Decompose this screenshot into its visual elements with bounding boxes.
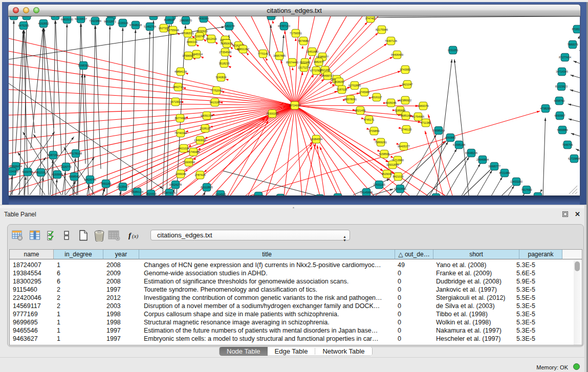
svg-text:7770143: 7770143: [258, 52, 269, 55]
svg-text:87234309: 87234309: [9, 170, 18, 173]
svg-text:8721489: 8721489: [499, 171, 510, 174]
svg-text:25135427: 25135427: [117, 185, 129, 188]
svg-text:62386922: 62386922: [399, 99, 411, 102]
svg-text:6690967: 6690967: [555, 114, 565, 117]
svg-text:34957885: 34957885: [273, 54, 286, 57]
svg-text:4005045: 4005045: [386, 101, 397, 104]
svg-text:4896383: 4896383: [266, 16, 277, 17]
svg-text:f: f: [128, 231, 132, 239]
svg-text:81754965: 81754965: [412, 115, 424, 118]
svg-text:(x): (x): [132, 233, 139, 239]
svg-text:54145868: 54145868: [360, 191, 373, 194]
svg-text:2787429: 2787429: [195, 173, 206, 177]
svg-text:9912419: 9912419: [206, 37, 217, 40]
svg-text:99091334: 99091334: [201, 114, 213, 117]
svg-text:4738299: 4738299: [540, 107, 551, 110]
svg-text:6658760: 6658760: [554, 99, 565, 102]
svg-text:00524278: 00524278: [169, 183, 182, 186]
svg-text:87277434: 87277434: [559, 56, 571, 59]
svg-text:51462704: 51462704: [144, 25, 156, 28]
svg-text:4060883: 4060883: [445, 136, 456, 139]
svg-text:6475255: 6475255: [18, 24, 29, 27]
svg-text:75869261: 75869261: [375, 141, 387, 144]
svg-text:34624751: 34624751: [84, 178, 96, 181]
svg-text:49894134: 49894134: [175, 70, 187, 73]
svg-text:28809570: 28809570: [180, 19, 192, 22]
svg-text:36995777: 36995777: [488, 165, 500, 168]
svg-text:19384554: 19384554: [310, 138, 322, 141]
svg-text:7182278: 7182278: [224, 25, 235, 28]
svg-text:4316117: 4316117: [372, 96, 382, 99]
svg-text:37996507: 37996507: [182, 54, 194, 57]
svg-text:7193745: 7193745: [194, 35, 205, 38]
svg-text:5674680: 5674680: [298, 39, 309, 42]
svg-text:97848018: 97848018: [129, 24, 142, 27]
svg-text:13493618: 13493618: [194, 139, 206, 142]
svg-text:3482477: 3482477: [314, 60, 324, 63]
svg-text:32931839: 32931839: [386, 163, 399, 166]
svg-text:9413186: 9413186: [210, 101, 221, 104]
svg-text:6193990: 6193990: [52, 173, 63, 176]
svg-text:96532871: 96532871: [104, 20, 116, 23]
svg-text:4745171: 4745171: [364, 118, 375, 121]
svg-text:62729806: 62729806: [568, 157, 580, 160]
svg-text:67010651: 67010651: [394, 187, 406, 190]
svg-text:1399049: 1399049: [176, 172, 186, 176]
svg-text:7816184: 7816184: [148, 16, 159, 17]
svg-text:1615594: 1615594: [106, 16, 117, 17]
svg-text:6998543: 6998543: [69, 175, 80, 178]
svg-text:1746120: 1746120: [401, 128, 412, 131]
svg-text:34714345: 34714345: [556, 70, 568, 73]
svg-text:2421024: 2421024: [179, 147, 189, 150]
svg-text:3529042: 3529042: [382, 172, 393, 176]
svg-text:71756551: 71756551: [290, 32, 302, 35]
svg-text:0842710: 0842710: [173, 85, 184, 89]
svg-text:15451680: 15451680: [306, 50, 318, 53]
svg-text:7917693: 7917693: [521, 188, 532, 191]
svg-text:65787133: 65787133: [278, 25, 290, 28]
svg-text:8386379: 8386379: [21, 16, 32, 17]
svg-text:86578091: 86578091: [344, 98, 357, 101]
svg-text:3158692: 3158692: [253, 194, 264, 195]
svg-text:1969379: 1969379: [418, 104, 429, 107]
svg-text:5009788: 5009788: [23, 170, 33, 173]
svg-text:74367136: 74367136: [385, 39, 397, 42]
svg-text:04499727: 04499727: [321, 74, 334, 77]
svg-text:7889579: 7889579: [568, 43, 578, 46]
svg-text:62702895: 62702895: [349, 84, 361, 87]
svg-text:64139537: 64139537: [75, 17, 87, 20]
svg-text:80112805: 80112805: [201, 186, 213, 189]
svg-text:4711382: 4711382: [421, 121, 431, 124]
svg-text:4192832: 4192832: [38, 22, 49, 25]
svg-text:4966319: 4966319: [187, 40, 198, 43]
svg-text:5240824: 5240824: [216, 76, 227, 79]
svg-text:81223623: 81223623: [555, 85, 568, 88]
svg-text:7346706: 7346706: [562, 143, 573, 146]
svg-text:27354549: 27354549: [219, 51, 231, 54]
svg-text:5098393: 5098393: [78, 64, 89, 67]
svg-text:94406409: 94406409: [391, 53, 403, 56]
svg-text:72423884: 72423884: [89, 19, 101, 23]
svg-text:18724007: 18724007: [289, 104, 301, 107]
svg-text:1226916: 1226916: [118, 21, 128, 25]
svg-text:71906594: 71906594: [183, 161, 195, 164]
svg-text:5158506: 5158506: [379, 152, 390, 156]
svg-text:53755646: 53755646: [167, 29, 179, 32]
svg-text:29946804: 29946804: [476, 158, 489, 161]
svg-text:98084124: 98084124: [131, 190, 143, 193]
svg-text:3747407: 3747407: [365, 17, 376, 20]
svg-text:3387262: 3387262: [48, 154, 59, 157]
svg-text:1031051: 1031051: [448, 49, 459, 52]
svg-text:1745961: 1745961: [359, 91, 370, 94]
svg-text:7187026: 7187026: [337, 88, 347, 91]
svg-text:9743953: 9743953: [400, 68, 411, 71]
svg-text:1824493: 1824493: [146, 192, 157, 195]
svg-text:9636057: 9636057: [334, 80, 345, 83]
svg-text:13433200: 13433200: [510, 180, 522, 183]
svg-text:55698169: 55698169: [432, 129, 445, 132]
svg-text:8677496: 8677496: [175, 117, 186, 120]
svg-text:3518233: 3518233: [219, 62, 230, 65]
svg-text:61595148: 61595148: [453, 143, 465, 146]
svg-text:8148932: 8148932: [164, 18, 175, 21]
svg-text:80831367: 80831367: [237, 48, 249, 51]
